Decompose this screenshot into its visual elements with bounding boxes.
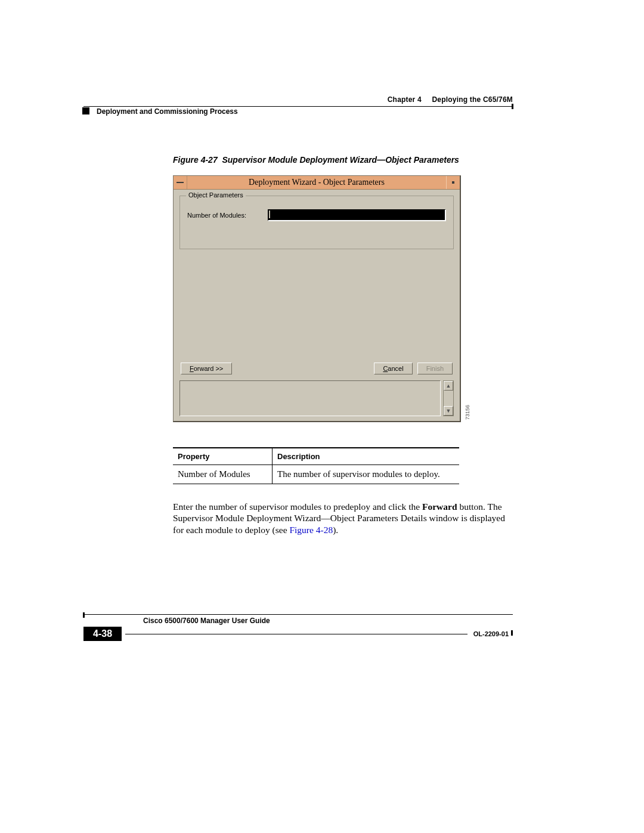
table-row: Number of Modules The number of supervis… xyxy=(173,465,459,484)
figure-link[interactable]: Figure 4-28 xyxy=(289,525,333,535)
chapter-title: Deploying the C65/76M xyxy=(432,95,513,104)
header-marker-icon xyxy=(82,107,89,114)
forward-button[interactable]: Forward >> xyxy=(181,363,232,374)
body-paragraph: Enter the number of supervisor modules t… xyxy=(173,501,507,535)
finish-button: Finish xyxy=(417,363,453,374)
window-title: Deployment Wizard - Object Parameters xyxy=(187,176,446,189)
group-legend: Object Parameters xyxy=(186,191,246,199)
table-header-property: Property xyxy=(173,448,273,465)
section-title: Deployment and Commissioning Process xyxy=(97,107,238,116)
figure-caption: Figure 4-27 Supervisor Module Deployment… xyxy=(173,155,513,165)
object-parameters-group: Object Parameters Number of Modules: xyxy=(179,196,454,249)
window-titlebar: Deployment Wizard - Object Parameters xyxy=(174,176,460,190)
forward-button-rest: orward >> xyxy=(194,365,224,372)
wizard-window: Deployment Wizard - Object Parameters Ob… xyxy=(173,175,461,422)
cancel-button[interactable]: Cancel xyxy=(374,363,412,374)
modules-field-label: Number of Modules: xyxy=(187,212,268,219)
page-footer: Cisco 6500/7600 Manager User Guide 4-38 … xyxy=(83,614,513,641)
figure-title: Supervisor Module Deployment Wizard—Obje… xyxy=(222,155,459,165)
window-minimize-icon[interactable] xyxy=(446,176,460,189)
log-scrollbar[interactable]: ▲ ▼ xyxy=(443,380,454,416)
doc-id: OL-2209-01 xyxy=(473,630,509,637)
page-header: Chapter 4 Deploying the C65/76M Deployme… xyxy=(83,95,513,116)
scroll-down-icon[interactable]: ▼ xyxy=(444,406,453,416)
forward-bold: Forward xyxy=(422,501,457,512)
table-header-description: Description xyxy=(273,448,460,465)
window-menu-icon[interactable] xyxy=(174,176,187,189)
figure-label: Figure 4-27 xyxy=(173,155,218,165)
figure-image-id: 73156 xyxy=(465,405,470,420)
chapter-number: Chapter 4 xyxy=(388,95,422,104)
table-cell-description: The number of supervisor modules to depl… xyxy=(273,465,460,484)
property-table: Property Description Number of Modules T… xyxy=(173,447,459,484)
log-textarea xyxy=(179,380,441,416)
modules-input[interactable] xyxy=(268,209,446,221)
table-cell-property: Number of Modules xyxy=(173,465,273,484)
page-number-badge: 4-38 xyxy=(83,627,122,641)
scroll-up-icon[interactable]: ▲ xyxy=(444,381,453,391)
footer-guide-title: Cisco 6500/7600 Manager User Guide xyxy=(141,617,270,625)
